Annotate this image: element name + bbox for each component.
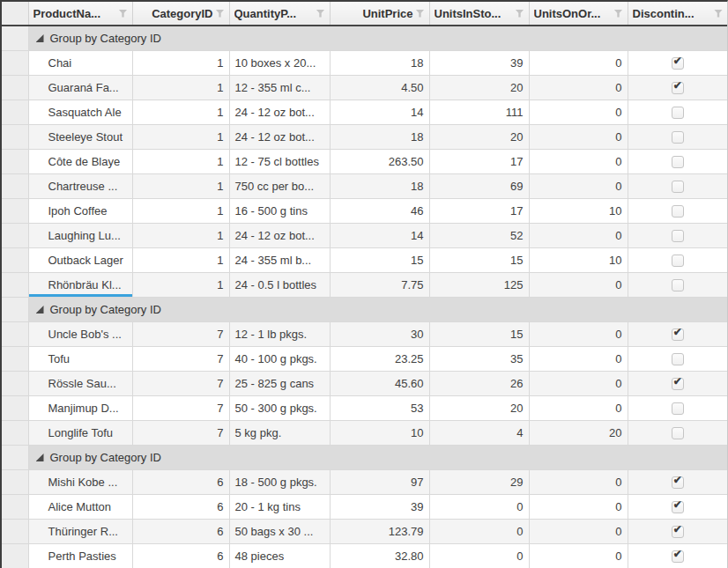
cell-unit-price[interactable]: 45.60 [330,372,429,396]
cell-units-on-order[interactable]: 0 [529,372,628,396]
cell-discontinued[interactable] [628,150,727,174]
cell-quantity-per-unit[interactable]: 12 - 355 ml c... [229,76,330,100]
cell-units-in-stock[interactable]: 17 [429,199,529,224]
cell-units-on-order[interactable]: 0 [529,273,628,298]
discontinued-checkbox[interactable] [672,526,684,538]
cell-unit-price[interactable]: 15 [330,248,429,273]
cell-units-on-order[interactable]: 10 [529,199,628,224]
discontinued-checkbox[interactable] [672,402,684,415]
collapse-triangle-icon[interactable] [36,454,44,461]
cell-discontinued[interactable] [628,51,727,76]
discontinued-checkbox[interactable] [672,205,684,218]
cell-category-id[interactable]: 6 [132,495,229,520]
discontinued-checkbox[interactable] [672,550,684,563]
cell-unit-price[interactable]: 263.50 [330,150,429,174]
cell-category-id[interactable]: 1 [132,51,229,76]
cell-product-name[interactable]: Rhönbräu Kl... [28,273,132,298]
cell-product-name[interactable]: Thüringer R... [28,520,132,544]
cell-unit-price[interactable]: 14 [330,100,429,125]
discontinued-checkbox[interactable] [672,82,684,94]
cell-unit-price[interactable]: 30 [330,322,429,347]
cell-category-id[interactable]: 1 [132,199,229,224]
cell-product-name[interactable]: Côte de Blaye [28,150,132,174]
cell-units-in-stock[interactable]: 39 [429,51,529,76]
cell-category-id[interactable]: 6 [132,470,229,495]
cell-discontinued[interactable] [628,199,727,224]
cell-category-id[interactable]: 1 [132,273,229,298]
cell-category-id[interactable]: 7 [132,396,229,421]
cell-quantity-per-unit[interactable]: 24 - 12 oz bot... [229,100,330,125]
cell-product-name[interactable]: Tofu [28,347,132,372]
cell-product-name[interactable]: Mishi Kobe ... [28,470,132,495]
cell-quantity-per-unit[interactable]: 750 cc per bo... [229,174,330,199]
cell-product-name[interactable]: Guaraná Fa... [28,76,132,100]
cell-category-id[interactable]: 7 [132,347,229,372]
cell-product-name[interactable]: Chai [28,51,132,76]
cell-units-in-stock[interactable]: 20 [429,396,529,421]
cell-units-on-order[interactable]: 0 [529,174,628,199]
cell-quantity-per-unit[interactable]: 50 - 300 g pkgs. [229,396,330,421]
cell-product-name[interactable]: Sasquatch Ale [28,100,132,125]
column-header-unit-price[interactable]: UnitPrice [330,2,429,26]
cell-unit-price[interactable]: 18 [330,51,429,76]
cell-units-on-order[interactable]: 0 [529,100,628,125]
group-header-cell[interactable]: Group by Category ID [28,26,727,51]
cell-units-in-stock[interactable]: 15 [429,248,529,273]
cell-discontinued[interactable] [628,273,727,298]
group-header-cell[interactable]: Group by Category ID [28,446,727,470]
cell-quantity-per-unit[interactable]: 24 - 0.5 l bottles [229,273,330,298]
column-header-product-name[interactable]: ProductNa... [28,2,132,26]
cell-unit-price[interactable]: 39 [330,495,429,520]
cell-units-in-stock[interactable]: 4 [429,421,529,446]
cell-units-on-order[interactable]: 0 [529,347,628,372]
cell-category-id[interactable]: 1 [132,224,229,248]
cell-product-name[interactable]: Ipoh Coffee [28,199,132,224]
cell-discontinued[interactable] [628,544,727,568]
discontinued-checkbox[interactable] [672,107,684,119]
cell-category-id[interactable]: 1 [132,150,229,174]
cell-unit-price[interactable]: 4.50 [330,76,429,100]
column-header-units-on-order[interactable]: UnitsOnOr... [529,2,628,26]
cell-product-name[interactable]: Alice Mutton [28,495,132,520]
discontinued-checkbox[interactable] [672,230,684,242]
cell-product-name[interactable]: Laughing Lu... [28,224,132,248]
cell-discontinued[interactable] [628,421,727,446]
cell-product-name[interactable]: Perth Pasties [28,544,132,568]
cell-units-in-stock[interactable]: 29 [429,470,529,495]
cell-discontinued[interactable] [628,347,727,372]
cell-discontinued[interactable] [628,322,727,347]
cell-quantity-per-unit[interactable]: 12 - 75 cl bottles [229,150,330,174]
cell-quantity-per-unit[interactable]: 24 - 355 ml b... [229,248,330,273]
cell-unit-price[interactable]: 32.80 [330,544,429,568]
cell-category-id[interactable]: 7 [132,421,229,446]
cell-units-on-order[interactable]: 0 [529,150,628,174]
cell-units-in-stock[interactable]: 35 [429,347,529,372]
cell-product-name[interactable]: Outback Lager [28,248,132,273]
cell-units-on-order[interactable]: 0 [529,322,628,347]
cell-units-in-stock[interactable]: 52 [429,224,529,248]
cell-quantity-per-unit[interactable]: 10 boxes x 20... [229,51,330,76]
cell-quantity-per-unit[interactable]: 25 - 825 g cans [229,372,330,396]
cell-discontinued[interactable] [628,520,727,544]
cell-category-id[interactable]: 1 [132,125,229,150]
cell-category-id[interactable]: 6 [132,520,229,544]
discontinued-checkbox[interactable] [672,353,684,365]
discontinued-checkbox[interactable] [672,427,684,439]
cell-units-in-stock[interactable]: 0 [429,495,529,520]
cell-quantity-per-unit[interactable]: 24 - 12 oz bot... [229,125,330,150]
cell-product-name[interactable]: Uncle Bob's ... [28,322,132,347]
cell-product-name[interactable]: Longlife Tofu [28,421,132,446]
cell-unit-price[interactable]: 10 [330,421,429,446]
cell-units-in-stock[interactable]: 111 [429,100,529,125]
filter-icon[interactable] [119,10,128,18]
cell-discontinued[interactable] [628,76,727,100]
cell-quantity-per-unit[interactable]: 48 pieces [229,544,330,568]
cell-category-id[interactable]: 1 [132,100,229,125]
cell-unit-price[interactable]: 97 [330,470,429,495]
cell-units-on-order[interactable]: 0 [529,51,628,76]
discontinued-checkbox[interactable] [672,378,684,390]
cell-category-id[interactable]: 7 [132,372,229,396]
cell-units-in-stock[interactable]: 20 [429,76,529,100]
cell-units-in-stock[interactable]: 69 [429,174,529,199]
cell-units-in-stock[interactable]: 125 [429,273,529,298]
